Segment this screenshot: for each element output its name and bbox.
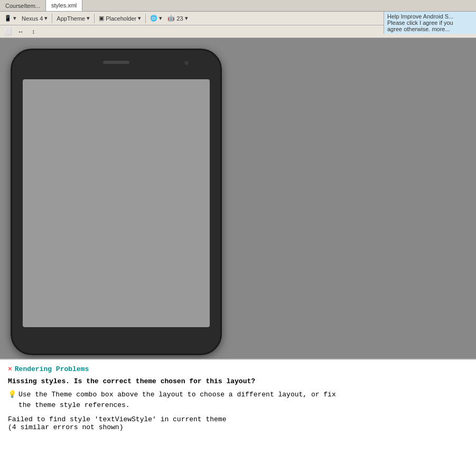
tab-courseitem-label: CourseItem...: [5, 3, 40, 9]
info-text2: Please click: [387, 20, 419, 26]
close-icon[interactable]: ×: [8, 365, 12, 373]
tab-courseitem[interactable]: CourseItem...: [0, 0, 46, 11]
more-link[interactable]: more...: [432, 26, 450, 32]
error-secondary-text: Failed to find style 'textViewStyle' in …: [8, 415, 226, 423]
error-main-message: Missing styles. Is the correct theme cho…: [8, 377, 468, 385]
device-dropdown-arrow: ▾: [13, 15, 16, 22]
sep2: [94, 14, 95, 23]
error-title: Rendering Problems: [15, 365, 89, 373]
tab-bar: CourseItem... styles.xml: [0, 0, 476, 12]
sep3: [145, 14, 146, 23]
device-label: Nexus 4: [22, 15, 43, 22]
bulb-icon: 💡: [8, 390, 16, 399]
app-theme-btn[interactable]: AppTheme ▾: [54, 14, 92, 22]
device-icon-btn[interactable]: 📱 ▾: [2, 14, 18, 22]
device-selector-btn[interactable]: Nexus 4 ▾: [20, 14, 50, 22]
layout-toggle-btn[interactable]: ⬜: [2, 26, 14, 37]
placeholder-btn[interactable]: ▣ Placeholder ▾: [97, 14, 143, 22]
error-secondary: Failed to find style 'textViewStyle' in …: [8, 415, 468, 431]
sep1: [52, 14, 52, 23]
api-dropdown-arrow: ▾: [159, 15, 162, 22]
info-bar: Help Improve Android S... Please click I…: [384, 12, 476, 34]
api-chevron: ▾: [185, 15, 188, 22]
error-hint-row: 💡 Use the Theme combo box above the layo…: [8, 390, 468, 410]
globe-icon: 🌐: [150, 15, 157, 22]
placeholder-label: Placeholder: [106, 15, 136, 22]
device-icon: 📱: [4, 15, 12, 22]
error-similar-count: (4 similar errors not shown): [8, 423, 123, 431]
android-icon: 🤖: [167, 15, 175, 22]
placeholder-icon: ▣: [99, 15, 104, 22]
phone-camera: [184, 61, 189, 65]
api-btn[interactable]: 🌐 ▾: [148, 14, 164, 22]
error-title-row: × Rendering Problems: [8, 365, 468, 373]
info-otherwise: otherwise.: [402, 26, 432, 32]
agree2-link[interactable]: agree: [387, 26, 402, 32]
info-text3: if you: [437, 20, 453, 26]
preview-area: [0, 38, 476, 359]
placeholder-chevron: ▾: [138, 15, 141, 22]
device-chevron: ▾: [44, 15, 48, 22]
info-text: Help Improve Android S...: [387, 13, 453, 20]
h-btn[interactable]: ↔: [15, 26, 26, 37]
phone-screen: [23, 79, 210, 327]
app-theme-label: AppTheme: [57, 15, 85, 22]
android-btn[interactable]: 🤖 23 ▾: [165, 14, 190, 22]
error-panel: × Rendering Problems Missing styles. Is …: [0, 359, 476, 454]
tab-styles[interactable]: styles.xml: [46, 0, 82, 11]
agree-link[interactable]: I agree: [419, 20, 437, 26]
phone-speaker: [103, 61, 129, 64]
error-hint-text: Use the Theme combo box above the layout…: [18, 390, 336, 410]
app-theme-chevron: ▾: [87, 15, 90, 22]
phone-mockup: [11, 49, 222, 355]
tab-styles-label: styles.xml: [51, 2, 77, 8]
v-btn[interactable]: ↕: [27, 26, 39, 37]
api-label: 23: [176, 15, 183, 22]
